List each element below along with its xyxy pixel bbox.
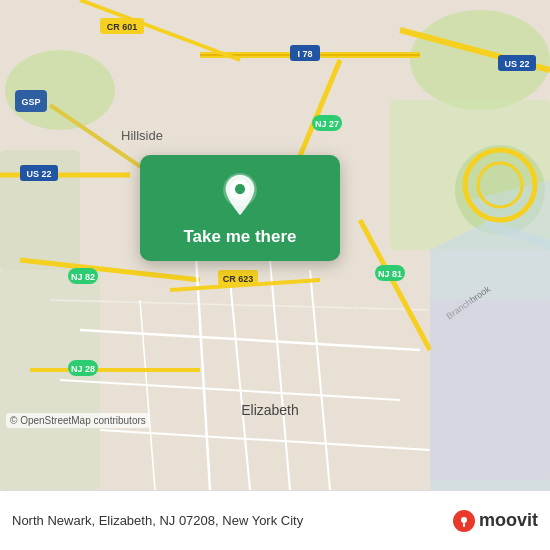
svg-text:US 22: US 22 [26,169,51,179]
moovit-brand-text: moovit [479,510,538,531]
info-bar: North Newark, Elizabeth, NJ 07208, New Y… [0,490,550,550]
svg-rect-54 [430,300,550,480]
svg-rect-60 [463,523,465,527]
moovit-dot-icon [453,510,475,532]
svg-point-57 [235,184,245,194]
svg-text:NJ 82: NJ 82 [71,272,95,282]
svg-text:CR 623: CR 623 [223,274,254,284]
location-pin-icon [218,173,262,217]
moovit-logo: moovit [453,510,538,532]
svg-text:US 22: US 22 [504,59,529,69]
svg-text:GSP: GSP [21,97,40,107]
svg-text:CR 601: CR 601 [107,22,138,32]
action-card[interactable]: Take me there [140,155,340,261]
map-container: CR 601 I 78 US 22 US 22 NJ 27 NJ 82 CR 6… [0,0,550,490]
svg-text:NJ 27: NJ 27 [315,119,339,129]
location-label: North Newark, Elizabeth, NJ 07208, New Y… [12,513,453,528]
svg-text:Hillside: Hillside [121,128,163,143]
svg-text:I 78: I 78 [297,49,312,59]
svg-text:NJ 81: NJ 81 [378,269,402,279]
svg-text:NJ 28: NJ 28 [71,364,95,374]
svg-rect-5 [0,270,100,490]
svg-point-59 [461,517,467,523]
svg-text:Elizabeth: Elizabeth [241,402,299,418]
take-me-there-button[interactable]: Take me there [183,227,296,247]
copyright-text: © OpenStreetMap contributors [6,413,150,428]
